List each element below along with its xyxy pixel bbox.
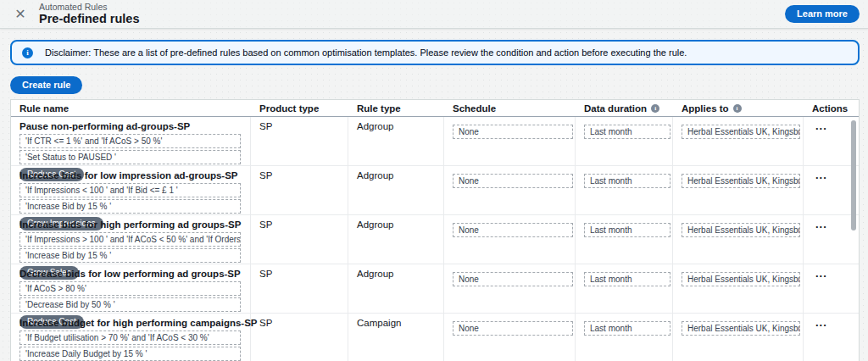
column-header-rule-type: Rule type <box>348 100 444 116</box>
actions-cell: ... <box>804 264 859 313</box>
rule-action-field[interactable]: 'Increase Bid by 15 % ' <box>19 248 241 263</box>
schedule-field[interactable]: None <box>453 223 573 237</box>
rule-type-cell: Campaign <box>348 314 444 361</box>
rule-name: Increase bids for high performing ad gro… <box>19 219 242 230</box>
column-header-actions: Actions <box>804 100 859 116</box>
data-duration-cell: Last month <box>576 117 673 165</box>
schedule-field[interactable]: None <box>453 174 573 188</box>
schedule-field[interactable]: None <box>453 125 573 139</box>
data-duration-info-icon[interactable]: i <box>651 104 659 113</box>
breadcrumb: Automated Rules <box>39 2 139 12</box>
product-type-cell: SP <box>251 314 348 361</box>
rules-table: Rule name Product type Rule type Schedul… <box>10 99 860 361</box>
schedule-field[interactable]: None <box>453 321 573 336</box>
data-duration-field[interactable]: Last month <box>584 125 670 139</box>
column-label: Data duration <box>584 103 647 114</box>
rule-name: Pause non-performing ad-groups-SP <box>19 121 242 131</box>
rule-name-cell: Increase bids for high performing ad gro… <box>11 215 251 264</box>
page-header: ✕ Automated Rules Pre-defined rules Lear… <box>0 0 868 29</box>
rule-name: Increase bids for low impression ad-grou… <box>19 170 242 180</box>
column-header-rule-name: Rule name <box>11 100 251 116</box>
rule-condition-field[interactable]: 'If Impressions > 100 ' and 'If ACoS < 5… <box>19 232 241 247</box>
rule-name-cell: Increase budget for high performing camp… <box>11 314 251 361</box>
learn-more-button[interactable]: Learn more <box>785 5 860 23</box>
table-row: Pause non-performing ad-groups-SP 'If CT… <box>11 117 859 166</box>
rule-type-cell: Adgroup <box>348 166 444 214</box>
applies-to-field[interactable]: Herbal Essentials UK, KingsbridgeCh... <box>682 125 800 139</box>
table-scrollbar-thumb[interactable] <box>851 120 856 230</box>
column-header-product-type: Product type <box>251 100 348 116</box>
product-type-cell: SP <box>251 264 348 313</box>
applies-to-info-icon[interactable]: i <box>733 104 742 113</box>
column-label: Rule type <box>357 103 401 114</box>
rule-type-cell: Adgroup <box>348 264 444 313</box>
product-type-cell: SP <box>251 215 348 264</box>
data-duration-cell: Last month <box>576 166 673 214</box>
table-body: Pause non-performing ad-groups-SP 'If CT… <box>11 117 859 361</box>
page-title: Pre-defined rules <box>39 12 139 26</box>
rule-action-field[interactable]: 'Decrease Bid by 50 % ' <box>19 297 241 312</box>
product-type-cell: SP <box>251 117 348 165</box>
table-row: Increase bids for high performing ad gro… <box>11 215 859 264</box>
row-actions-menu-icon[interactable]: ... <box>812 170 831 180</box>
applies-to-cell: Herbal Essentials UK, KingsbridgeCh... <box>673 215 804 264</box>
title-block: Automated Rules Pre-defined rules <box>39 2 139 26</box>
column-label: Schedule <box>453 103 496 114</box>
rule-name-cell: Pause non-performing ad-groups-SP 'If CT… <box>11 117 251 165</box>
rule-condition-field[interactable]: 'If Budget utilisation > 70 %' and 'If A… <box>19 330 241 345</box>
applies-to-field[interactable]: Herbal Essentials UK, KingsbridgeCh... <box>682 321 800 336</box>
rule-condition-field[interactable]: 'If ACoS > 80 %' <box>19 281 241 296</box>
applies-to-field[interactable]: Herbal Essentials UK, KingsbridgeCh... <box>682 272 800 286</box>
applies-to-field[interactable]: Herbal Essentials UK, KingsbridgeCh... <box>682 174 800 188</box>
applies-to-cell: Herbal Essentials UK, KingsbridgeCh... <box>673 314 804 361</box>
row-actions-menu-icon[interactable]: ... <box>812 219 831 230</box>
data-duration-cell: Last month <box>576 314 673 361</box>
create-rule-button[interactable]: Create rule <box>10 76 82 94</box>
rule-type-cell: Adgroup <box>348 117 444 165</box>
column-header-applies-to: Applies to i <box>673 100 804 116</box>
rule-name: Decrease bids for low performing ad grou… <box>19 269 242 279</box>
column-label: Rule name <box>19 103 69 114</box>
close-icon[interactable]: ✕ <box>10 4 31 25</box>
schedule-cell: None <box>444 314 576 361</box>
rule-name: Increase budget for high performing camp… <box>19 318 242 328</box>
data-duration-field[interactable]: Last month <box>584 174 670 188</box>
table-row: Increase budget for high performing camp… <box>11 314 859 361</box>
data-duration-field[interactable]: Last month <box>584 272 670 286</box>
rule-action-field[interactable]: 'Set Status to PAUSED ' <box>19 150 241 164</box>
rule-condition-field[interactable]: 'If CTR <= 1 %' and 'If ACoS > 50 %' <box>19 134 241 148</box>
applies-to-cell: Herbal Essentials UK, KingsbridgeCh... <box>673 117 804 165</box>
applies-to-cell: Herbal Essentials UK, KingsbridgeCh... <box>673 166 804 214</box>
product-type-cell: SP <box>251 166 348 214</box>
data-duration-field[interactable]: Last month <box>584 321 670 336</box>
schedule-field[interactable]: None <box>453 272 573 286</box>
applies-to-field[interactable]: Herbal Essentials UK, KingsbridgeCh... <box>682 223 800 237</box>
rule-name-cell: Decrease bids for low performing ad grou… <box>11 264 251 313</box>
toolbar: Create rule <box>10 76 860 94</box>
schedule-cell: None <box>444 117 576 165</box>
table-header-row: Rule name Product type Rule type Schedul… <box>11 100 859 117</box>
disclaimer-text: Disclaimer: These are a list of pre-defi… <box>45 47 687 58</box>
info-icon: i <box>22 47 33 58</box>
schedule-cell: None <box>444 166 576 214</box>
rule-action-field[interactable]: 'Increase Bid by 15 % ' <box>19 199 241 214</box>
applies-to-cell: Herbal Essentials UK, KingsbridgeCh... <box>673 264 804 313</box>
row-actions-menu-icon[interactable]: ... <box>812 269 831 279</box>
table-row: Decrease bids for low performing ad grou… <box>11 264 859 314</box>
actions-cell: ... <box>804 314 859 361</box>
rule-action-field[interactable]: 'Increase Daily Budget by 15 % ' <box>19 347 241 361</box>
rule-condition-field[interactable]: 'If Impressions < 100 ' and 'If Bid <= £… <box>19 183 241 197</box>
data-duration-cell: Last month <box>576 264 673 313</box>
table-row: Increase bids for low impression ad-grou… <box>11 166 859 215</box>
row-actions-menu-icon[interactable]: ... <box>812 121 831 131</box>
rule-name-cell: Increase bids for low impression ad-grou… <box>11 166 251 214</box>
data-duration-field[interactable]: Last month <box>584 223 670 237</box>
rule-type-cell: Adgroup <box>348 215 444 264</box>
data-duration-cell: Last month <box>576 215 673 264</box>
row-actions-menu-icon[interactable]: ... <box>812 318 831 328</box>
column-header-schedule: Schedule <box>444 100 576 116</box>
column-label: Product type <box>259 103 319 114</box>
schedule-cell: None <box>444 264 576 313</box>
disclaimer-banner: i Disclaimer: These are a list of pre-de… <box>10 40 860 65</box>
column-header-data-duration: Data duration i <box>576 100 673 116</box>
